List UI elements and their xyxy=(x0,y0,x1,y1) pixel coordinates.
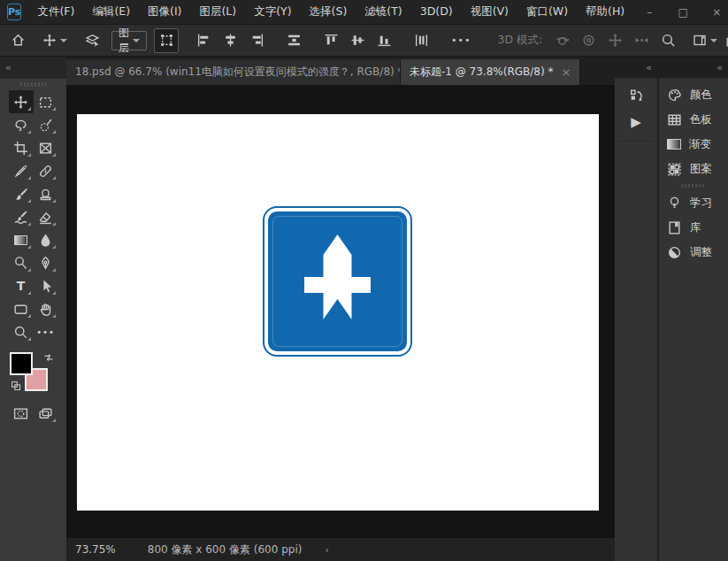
menu-layer[interactable]: 图层(L) xyxy=(191,1,244,23)
libraries-panel-button[interactable]: 库 xyxy=(659,215,728,240)
swap-arrows-icon xyxy=(42,352,55,365)
blur-tool[interactable] xyxy=(34,228,58,251)
eyedropper-tool[interactable] xyxy=(9,159,34,182)
edit-toolbar-button[interactable]: ••• xyxy=(34,320,58,343)
screen-mode-button[interactable] xyxy=(34,402,58,425)
color-panel-button[interactable]: 颜色 xyxy=(659,82,728,107)
more-options-button[interactable]: ••• xyxy=(446,35,476,46)
menu-file[interactable]: 文件(F) xyxy=(29,1,82,23)
play-icon: ▶ xyxy=(631,114,641,130)
learn-panel-button[interactable]: 学习 xyxy=(659,190,728,215)
zoom-tool[interactable] xyxy=(9,320,34,343)
menu-edit[interactable]: 编辑(E) xyxy=(84,1,138,23)
eraser-tool[interactable] xyxy=(34,205,58,228)
frame-icon xyxy=(38,141,53,156)
healing-brush-icon xyxy=(38,164,53,179)
pen-tool[interactable] xyxy=(34,251,58,274)
clone-stamp-icon xyxy=(38,187,53,202)
lasso-tool[interactable] xyxy=(9,113,34,136)
actions-panel-button[interactable]: ▶ xyxy=(615,109,657,135)
distribute-horizontal-button[interactable] xyxy=(281,28,306,53)
home-button[interactable] xyxy=(5,28,30,53)
align-right-button[interactable] xyxy=(244,28,269,53)
workspace-switcher-button[interactable] xyxy=(693,28,717,53)
hand-tool[interactable] xyxy=(34,297,58,320)
history-brush-tool[interactable] xyxy=(9,205,34,228)
menu-filter[interactable]: 滤镜(T) xyxy=(356,1,410,23)
document-tab-untitled1[interactable]: 未标题-1 @ 73.8%(RGB/8) * × xyxy=(401,59,580,85)
distribute-vertical-button[interactable] xyxy=(409,28,433,53)
close-tab-icon[interactable]: × xyxy=(561,65,571,79)
auto-select-button[interactable] xyxy=(80,28,104,53)
auto-select-target-dropdown[interactable]: 图层 xyxy=(111,31,147,50)
close-button[interactable]: × xyxy=(700,1,728,24)
document-tab-18psd[interactable]: 18.psd @ 66.7% (win11电脑如何设置夜间模式的强度？, RGB… xyxy=(66,59,401,85)
menu-view[interactable]: 视图(V) xyxy=(463,1,517,23)
gradient-tool[interactable] xyxy=(9,228,34,251)
crop-tool[interactable] xyxy=(9,136,34,159)
menu-window[interactable]: 窗口(W) xyxy=(518,1,576,23)
pen-icon xyxy=(38,256,53,271)
panel-label: 学习 xyxy=(690,196,712,211)
book-icon xyxy=(667,220,682,235)
collapse-panel-icon[interactable]: « xyxy=(646,62,652,73)
menu-help[interactable]: 帮助(H) xyxy=(578,1,632,23)
quick-mask-icon xyxy=(13,406,28,421)
road-sign-shape[interactable] xyxy=(263,206,412,357)
move-tool-preset-button[interactable] xyxy=(42,28,67,53)
history-panel-button[interactable] xyxy=(615,82,657,109)
frame-tool[interactable] xyxy=(34,136,58,159)
foreground-color-swatch[interactable] xyxy=(10,352,33,375)
path-selection-tool[interactable] xyxy=(34,274,58,297)
default-colors-icon xyxy=(11,380,22,392)
show-transform-controls-toggle[interactable] xyxy=(154,28,179,53)
gradients-panel-button[interactable]: 渐变 xyxy=(659,132,728,157)
chevron-down-icon xyxy=(710,39,717,42)
align-top-button[interactable] xyxy=(318,28,343,53)
panel-body: 颜色 色板 渐变 图案 xyxy=(659,78,728,561)
collapse-panel-icon[interactable]: « xyxy=(717,62,723,73)
share-button[interactable] xyxy=(719,28,728,53)
swatches-panel-button[interactable]: 色板 xyxy=(659,107,728,132)
align-bottom-button[interactable] xyxy=(372,28,396,53)
type-tool[interactable]: T xyxy=(9,274,34,297)
menu-type[interactable]: 文字(Y) xyxy=(246,1,299,23)
search-button[interactable] xyxy=(655,28,680,53)
3d-orbit-button[interactable] xyxy=(549,28,574,53)
maximize-button[interactable]: □ xyxy=(666,1,700,24)
brush-tool[interactable] xyxy=(9,182,34,205)
minimize-button[interactable]: – xyxy=(632,1,666,24)
default-colors-button[interactable] xyxy=(11,380,22,392)
menu-3d[interactable]: 3D(D) xyxy=(412,1,461,23)
panel-group-divider xyxy=(659,181,728,190)
3d-pan-button[interactable] xyxy=(602,28,627,53)
dodge-tool[interactable] xyxy=(9,251,34,274)
quick-selection-tool[interactable] xyxy=(34,113,58,136)
patterns-panel-button[interactable]: 图案 xyxy=(659,157,728,181)
swap-colors-button[interactable] xyxy=(42,352,55,365)
align-left-button[interactable] xyxy=(191,28,216,53)
panel-label: 渐变 xyxy=(689,137,711,152)
adjustments-panel-button[interactable]: 调整 xyxy=(659,240,728,265)
photoshop-window: Ps 文件(F) 编辑(E) 图像(I) 图层(L) 文字(Y) 选择(S) 滤… xyxy=(0,0,728,561)
move-tool[interactable] xyxy=(9,90,34,113)
align-horizontal-centers-button[interactable] xyxy=(218,28,242,53)
collapse-panel-icon[interactable]: « xyxy=(5,62,11,73)
menu-image[interactable]: 图像(I) xyxy=(140,1,189,23)
3d-roll-button[interactable] xyxy=(576,28,601,53)
tools-panel-body: T ••• xyxy=(0,78,66,561)
align-vertical-centers-button[interactable] xyxy=(345,28,370,53)
shape-tool[interactable] xyxy=(9,297,34,320)
clone-stamp-tool[interactable] xyxy=(34,182,58,205)
menu-select[interactable]: 选择(S) xyxy=(302,1,356,23)
canvas[interactable] xyxy=(77,114,599,511)
3d-slide-button[interactable] xyxy=(629,28,654,53)
zoom-level-field[interactable]: 73.75% xyxy=(66,543,125,556)
panel-label: 库 xyxy=(690,220,701,235)
healing-brush-tool[interactable] xyxy=(34,159,58,182)
quick-mask-button[interactable] xyxy=(9,402,34,425)
workspace-icon xyxy=(693,33,707,48)
marquee-tool[interactable] xyxy=(34,90,58,113)
ellipsis-icon: ••• xyxy=(36,327,55,337)
status-options-chevron[interactable]: › xyxy=(325,544,328,556)
